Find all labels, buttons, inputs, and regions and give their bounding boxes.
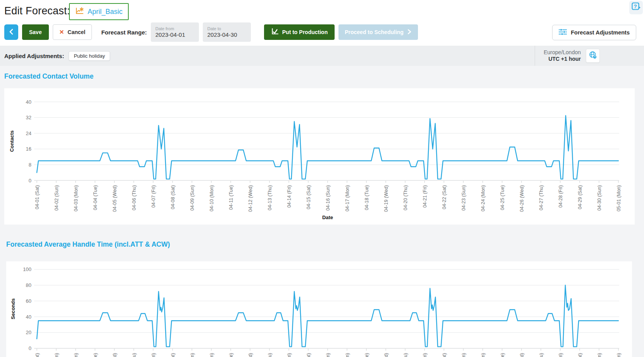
svg-text:Date: Date xyxy=(322,215,333,220)
aht-chart[interactable]: 02040608010004-01 (Sat)04-02 (Sun)04-03 … xyxy=(6,261,632,357)
forecast-adjustments-label: Forecast Adjustments xyxy=(571,29,630,36)
svg-text:04-28 (Fri): 04-28 (Fri) xyxy=(558,185,563,208)
svg-text:04-16 (Sun): 04-16 (Sun) xyxy=(325,185,331,211)
svg-text:04-26 (Wed): 04-26 (Wed) xyxy=(519,185,525,212)
svg-text:04-16 (Sun): 04-16 (Sun) xyxy=(325,353,331,357)
proceed-to-scheduling-button[interactable]: Proceed to Scheduling xyxy=(338,24,418,40)
svg-text:04-25 (Tue): 04-25 (Tue) xyxy=(500,353,505,357)
date-from-value: 2023-04-01 xyxy=(155,31,194,38)
put-to-production-button[interactable]: Put to Production xyxy=(264,24,335,40)
svg-text:04-30 (Sun): 04-30 (Sun) xyxy=(597,185,602,211)
svg-text:100: 100 xyxy=(23,266,31,272)
forecast-name-box[interactable]: April_Basic xyxy=(69,3,129,20)
svg-text:04-01 (Sat): 04-01 (Sat) xyxy=(35,353,40,357)
svg-text:8: 8 xyxy=(29,162,31,168)
svg-text:80: 80 xyxy=(26,282,31,288)
back-button[interactable] xyxy=(4,24,18,40)
svg-text:04-11 (Tue): 04-11 (Tue) xyxy=(228,185,234,210)
forecast-adjustments-button[interactable]: Forecast Adjustments xyxy=(552,25,636,40)
aht-title: Forecasted Average Handle Time (incl.ATT… xyxy=(6,240,170,249)
svg-text:04-21 (Fri): 04-21 (Fri) xyxy=(422,185,428,208)
svg-text:20: 20 xyxy=(26,330,31,335)
save-button[interactable]: Save xyxy=(22,24,49,40)
date-from-label: Date from xyxy=(155,26,194,31)
svg-text:04-09 (Sun): 04-09 (Sun) xyxy=(190,185,195,211)
svg-text:04-29 (Sat): 04-29 (Sat) xyxy=(577,353,583,357)
svg-text:04-18 (Tue): 04-18 (Tue) xyxy=(364,353,369,357)
svg-text:05-01 (Mon): 05-01 (Mon) xyxy=(616,353,622,357)
svg-text:24: 24 xyxy=(26,130,31,136)
svg-text:04-25 (Tue): 04-25 (Tue) xyxy=(500,185,505,210)
svg-text:Seconds: Seconds xyxy=(10,299,16,319)
date-to-label: Date to xyxy=(207,26,246,31)
svg-text:04-12 (Wed): 04-12 (Wed) xyxy=(248,185,253,212)
contact-volume-chart[interactable]: 081624324004-01 (Sat)04-02 (Sun)04-03 (M… xyxy=(4,88,635,225)
svg-text:04-19 (Wed): 04-19 (Wed) xyxy=(383,353,389,357)
contact-volume-title: Forecasted Contact Volume xyxy=(4,72,93,81)
chevron-left-icon xyxy=(9,28,14,36)
sliders-icon xyxy=(559,29,567,36)
svg-text:04-22 (Sat): 04-22 (Sat) xyxy=(442,353,447,357)
save-label: Save xyxy=(29,29,42,35)
svg-text:04-13 (Thu): 04-13 (Thu) xyxy=(267,353,273,357)
svg-text:04-11 (Tue): 04-11 (Tue) xyxy=(228,353,234,357)
svg-text:04-17 (Mon): 04-17 (Mon) xyxy=(345,185,350,211)
svg-text:04-04 (Tue): 04-04 (Tue) xyxy=(93,185,98,210)
adjustment-chip-public-holiday[interactable]: Public holiday xyxy=(69,51,110,61)
svg-text:04-24 (Mon): 04-24 (Mon) xyxy=(480,353,486,357)
svg-text:16: 16 xyxy=(26,146,31,152)
header: Edit Forecast: April_Basic xyxy=(0,0,644,46)
svg-text:04-09 (Sun): 04-09 (Sun) xyxy=(190,353,195,357)
svg-text:04-03 (Mon): 04-03 (Mon) xyxy=(73,353,79,357)
svg-text:04-22 (Sat): 04-22 (Sat) xyxy=(442,185,447,209)
proceed-label: Proceed to Scheduling xyxy=(345,29,404,35)
svg-text:04-08 (Sat): 04-08 (Sat) xyxy=(170,353,176,357)
svg-text:04-10 (Mon): 04-10 (Mon) xyxy=(209,353,214,357)
date-from-field[interactable]: Date from 2023-04-01 xyxy=(151,22,199,42)
svg-text:Contacts: Contacts xyxy=(9,130,15,152)
svg-text:?: ? xyxy=(634,3,637,9)
chevron-right-icon xyxy=(407,28,412,36)
svg-text:04-10 (Mon): 04-10 (Mon) xyxy=(209,185,214,211)
timezone-section: Europe/London UTC +1 hour xyxy=(535,46,600,66)
svg-text:04-08 (Sat): 04-08 (Sat) xyxy=(170,185,176,209)
svg-text:04-18 (Tue): 04-18 (Tue) xyxy=(364,185,369,210)
toolbar: Save ✕ Cancel Forecast Range: Date from … xyxy=(4,24,418,40)
timezone-button[interactable] xyxy=(586,49,600,63)
svg-text:04-20 (Thu): 04-20 (Thu) xyxy=(403,353,408,357)
help-button[interactable]: ? xyxy=(629,1,643,14)
put-to-production-label: Put to Production xyxy=(282,29,328,35)
svg-text:04-07 (Fri): 04-07 (Fri) xyxy=(151,353,156,357)
globe-icon xyxy=(589,51,597,61)
svg-text:32: 32 xyxy=(26,115,31,120)
timezone-offset: UTC +1 hour xyxy=(548,56,581,62)
svg-text:0: 0 xyxy=(29,178,31,184)
edit-forecast-page: Edit Forecast: April_Basic xyxy=(0,0,644,357)
svg-text:04-15 (Sat): 04-15 (Sat) xyxy=(306,185,311,209)
svg-text:04-14 (Fri): 04-14 (Fri) xyxy=(287,185,292,208)
svg-text:40: 40 xyxy=(26,314,31,320)
page-title: Edit Forecast: xyxy=(4,5,70,17)
svg-text:04-06 (Thu): 04-06 (Thu) xyxy=(131,353,137,357)
date-to-field[interactable]: Date to 2023-04-30 xyxy=(203,22,251,42)
svg-text:04-05 (Wed): 04-05 (Wed) xyxy=(112,185,117,212)
svg-text:04-02 (Sun): 04-02 (Sun) xyxy=(54,353,59,357)
svg-text:05-01 (Mon): 05-01 (Mon) xyxy=(616,185,622,211)
svg-text:04-17 (Mon): 04-17 (Mon) xyxy=(345,353,350,357)
svg-text:04-02 (Sun): 04-02 (Sun) xyxy=(54,185,59,211)
svg-text:04-27 (Thu): 04-27 (Thu) xyxy=(539,185,544,210)
svg-text:04-15 (Sat): 04-15 (Sat) xyxy=(306,353,311,357)
svg-text:04-28 (Fri): 04-28 (Fri) xyxy=(558,353,563,357)
svg-text:40: 40 xyxy=(26,99,31,105)
svg-text:04-01 (Sat): 04-01 (Sat) xyxy=(35,185,40,209)
svg-text:04-20 (Thu): 04-20 (Thu) xyxy=(403,185,408,210)
contact-volume-card: 081624324004-01 (Sat)04-02 (Sun)04-03 (M… xyxy=(4,88,635,225)
svg-text:04-06 (Thu): 04-06 (Thu) xyxy=(131,185,137,210)
forecast-name: April_Basic xyxy=(88,8,123,16)
date-to-value: 2023-04-30 xyxy=(207,31,246,38)
production-chart-check-icon xyxy=(271,28,279,37)
svg-text:04-29 (Sat): 04-29 (Sat) xyxy=(577,185,583,209)
cancel-button[interactable]: ✕ Cancel xyxy=(53,24,92,40)
svg-text:04-04 (Tue): 04-04 (Tue) xyxy=(93,353,98,357)
svg-text:04-21 (Fri): 04-21 (Fri) xyxy=(422,353,428,357)
